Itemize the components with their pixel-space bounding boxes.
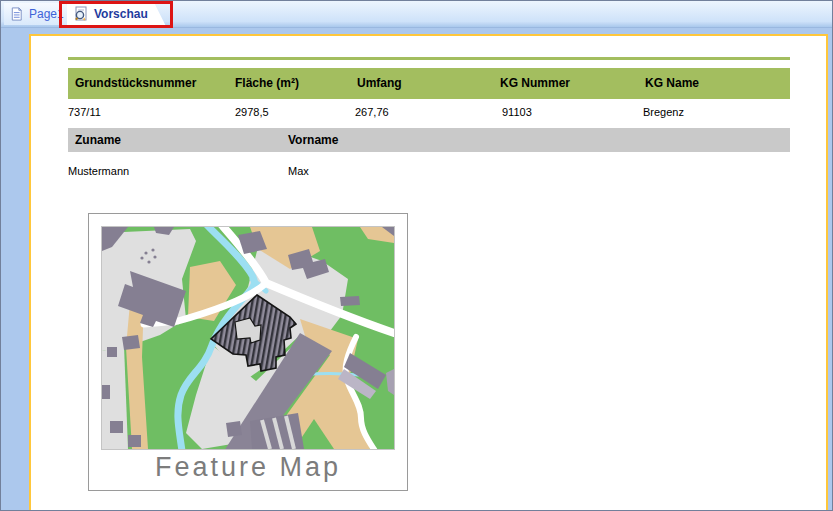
- report-preview-window: Page1 Vorschau Grundstücksnummer Fläche …: [0, 0, 833, 511]
- value-grundstuecksnummer: 737/11: [68, 106, 101, 118]
- header-vorname: Vorname: [288, 128, 338, 152]
- feature-map-image: [101, 226, 395, 450]
- value-kg-name: Bregenz: [643, 106, 684, 118]
- header-umfang: Umfang: [357, 68, 402, 99]
- owner-table-header: Zuname Vorname: [68, 128, 790, 152]
- page-icon: [9, 6, 24, 22]
- value-flaeche: 2978,5: [235, 106, 269, 118]
- owner-table-row: Mustermann Max: [68, 165, 790, 179]
- header-zuname: Zuname: [75, 128, 121, 152]
- value-umfang: 267,76: [355, 106, 389, 118]
- header-grundstuecksnummer: Grundstücksnummer: [75, 68, 196, 99]
- tab-bar: Page1 Vorschau: [1, 1, 832, 28]
- map-canvas: [102, 227, 394, 449]
- tab-page1[interactable]: Page1: [4, 3, 76, 25]
- tab-page1-label: Page1: [29, 7, 64, 21]
- value-vorname: Max: [288, 165, 309, 177]
- value-kg-nummer: 91103: [502, 106, 532, 118]
- report-page: Grundstücksnummer Fläche (m²) Umfang KG …: [29, 34, 828, 510]
- header-kg-nummer: KG Nummer: [500, 68, 570, 99]
- table-top-rule: [68, 57, 790, 60]
- parcel-table-row: 737/11 2978,5 267,76 91103 Bregenz: [68, 106, 790, 120]
- feature-map-frame: Feature Map: [88, 213, 408, 491]
- parcel-table-header: Grundstücksnummer Fläche (m²) Umfang KG …: [68, 68, 790, 99]
- header-flaeche: Fläche (m²): [235, 68, 299, 99]
- preview-area: Grundstücksnummer Fläche (m²) Umfang KG …: [1, 28, 832, 510]
- tab-vorschau[interactable]: Vorschau: [67, 2, 166, 26]
- print-preview-icon: [73, 6, 89, 22]
- tab-vorschau-label: Vorschau: [94, 7, 148, 21]
- value-zuname: Mustermann: [68, 165, 129, 177]
- feature-map-caption: Feature Map: [89, 452, 407, 483]
- header-kg-name: KG Name: [645, 68, 699, 99]
